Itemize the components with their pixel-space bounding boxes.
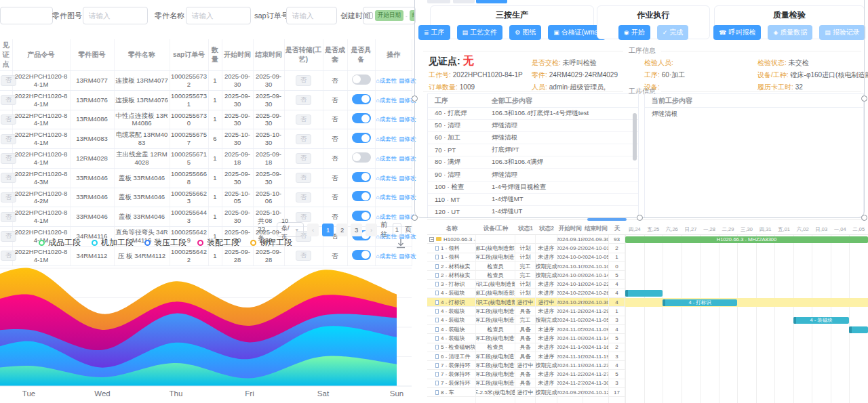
gantt-cell: 未进序	[536, 352, 557, 361]
gantt-cell: 2024-11-14	[557, 343, 583, 352]
button-呼叫报检[interactable]: ☎呼叫报检	[713, 25, 761, 40]
button-完成[interactable]: ✓完成	[657, 25, 689, 40]
set-completeness-link[interactable]: ⌂成套性	[376, 116, 397, 123]
gantt-cell: 检查员	[476, 325, 515, 334]
gantt-cell[interactable]: 4 - 装磁块	[427, 325, 476, 334]
cell-transfer-badge: 否	[296, 75, 311, 85]
gantt-cell[interactable]: 8 - 车	[427, 388, 476, 397]
ready-toggle[interactable]	[352, 75, 371, 85]
resize-handle-left[interactable]	[412, 96, 418, 102]
gantt-cell[interactable]: 5 - 检查磁钢块外径	[427, 343, 476, 352]
tab-inactive[interactable]	[427, 0, 450, 3]
page-size-select[interactable]: 10条/页 ▼	[277, 222, 304, 237]
tab-active[interactable]	[476, 0, 507, 3]
filter-input-1[interactable]: 请输入	[186, 7, 251, 24]
resize-handle-right[interactable]	[861, 96, 867, 102]
legend-item[interactable]: 铆焊工段	[250, 237, 292, 249]
steps-vertical-scrollbar[interactable]	[633, 113, 637, 161]
gantt-cell[interactable]: 6 - 清理工件	[427, 352, 476, 361]
filter-input-0[interactable]: 请输入	[83, 7, 148, 24]
cell-witness-badge: 否	[1, 95, 16, 105]
ready-toggle[interactable]	[352, 211, 371, 221]
button-工序[interactable]: ≣工序	[418, 25, 450, 40]
goto-page-input[interactable]: 1	[393, 223, 401, 236]
gantt-bar[interactable]	[625, 290, 663, 297]
gantt-cell[interactable]: 7 - 装保持环	[427, 361, 476, 370]
ready-toggle[interactable]	[352, 94, 371, 104]
ready-toggle[interactable]	[352, 133, 371, 143]
gantt-cell: 2024-11-22	[557, 370, 583, 379]
cell-transfer-badge: 否	[296, 153, 311, 163]
button-质量数据[interactable]: ◈质量数据	[768, 25, 812, 40]
set-completeness-link[interactable]: ⌂成套性	[376, 135, 397, 142]
collapse-icon[interactable]	[429, 237, 434, 242]
gantt-bar[interactable]: 4 - 装磁块	[793, 317, 850, 324]
page-button[interactable]: 3	[351, 224, 362, 236]
set-completeness-link[interactable]: ⌂成套性	[376, 213, 397, 220]
cell-start: 2025-09-30	[222, 207, 253, 227]
horizontal-scrollbar-thumb[interactable]	[587, 218, 627, 221]
gantt-cell[interactable]: 1 - 领料	[427, 253, 476, 262]
resize-handle-bottom-right[interactable]	[861, 215, 867, 221]
date-end[interactable]: 结束日期	[410, 10, 416, 21]
resize-handle-bottom-left[interactable]	[412, 215, 418, 221]
gantt-bar-progress-cap	[663, 299, 665, 306]
gantt-cell[interactable]: 2 - 材料核实	[427, 262, 476, 271]
info-field: 零件:24RM4029·24RM4029	[532, 69, 618, 81]
button-报验记录[interactable]: ▤报验记录	[819, 25, 865, 40]
legend-item[interactable]: 装配工段	[197, 237, 239, 249]
cell-name: 盖板 33RM4046	[114, 207, 170, 227]
set-completeness-link[interactable]: ⌂成套性	[376, 97, 397, 104]
resize-handle-bottom-center[interactable]	[637, 215, 643, 221]
gantt-bar[interactable]: 4 - 打标识	[663, 299, 737, 306]
gantt-bar[interactable]	[849, 326, 868, 333]
gantt-cell[interactable]: 7 - 装保持环	[427, 370, 476, 379]
gantt-cell[interactable]: 2 - 材料核实	[427, 271, 476, 280]
gantt-cell: 2024-11-29	[583, 307, 609, 316]
set-completeness-link[interactable]: ⌂成套性	[376, 77, 397, 84]
ready-toggle[interactable]	[352, 191, 371, 201]
data-icon: ◈	[773, 29, 778, 36]
gantt-cell[interactable]: 4 - 装磁块	[427, 334, 476, 343]
gantt-cell[interactable]: 1 - 领料	[427, 244, 476, 253]
ready-toggle[interactable]	[352, 250, 371, 260]
download-icon[interactable]	[395, 238, 406, 250]
legend-item[interactable]: 机加工段	[92, 237, 134, 249]
gantt-cell[interactable]: 4 - 装磁块	[427, 289, 476, 298]
gantt-cell	[536, 235, 557, 244]
cell-witness-badge: 否	[1, 134, 16, 144]
cell-start: 2025-09-30	[222, 71, 253, 91]
date-start[interactable]: 开始日期	[375, 10, 403, 21]
filter-input-2[interactable]: 请输入	[286, 7, 337, 24]
set-completeness-link[interactable]: ⌂成套性	[376, 253, 397, 259]
gantt-cell[interactable]: 4 - 装磁块	[427, 307, 476, 316]
legend-item[interactable]: 成品工段	[39, 237, 81, 249]
set-completeness-link[interactable]: ⌂成套性	[376, 175, 397, 182]
gantt-cell[interactable]: 4 - 打标识	[427, 298, 476, 307]
part-search-input-cut[interactable]	[0, 7, 53, 24]
ready-toggle[interactable]	[352, 172, 371, 182]
gantt-cell[interactable]: 3 - 打标识	[427, 280, 476, 289]
cell-sap: 10002556443	[170, 207, 208, 227]
gantt-cell[interactable]	[427, 397, 476, 403]
cell-part: 13RM4086	[70, 110, 114, 129]
prev-page-button[interactable]: ‹	[307, 224, 319, 236]
ready-toggle[interactable]	[352, 152, 371, 163]
set-completeness-link[interactable]: ⌂成套性	[376, 155, 397, 162]
legend-item[interactable]: 装压工段	[144, 237, 186, 249]
button-图纸[interactable]: ⚙图纸	[509, 25, 541, 40]
page-button[interactable]: 2	[336, 224, 348, 236]
next-page-button[interactable]: ›	[366, 224, 377, 236]
gantt-bar[interactable]: H1020-66-3 - MHZ2A8300	[625, 236, 868, 243]
gantt-cell[interactable]: 4 - 装磁块	[427, 316, 476, 325]
date-range-picker[interactable]: 开始日期-结束日期	[363, 7, 416, 24]
tab-inactive[interactable]	[453, 0, 475, 3]
button-工艺文件[interactable]: ▤工艺文件	[457, 25, 503, 40]
set-completeness-link[interactable]: ⌂成套性	[376, 194, 397, 200]
house-icon: ⌂	[376, 175, 380, 182]
gantt-cell[interactable]: 7 - 装保持环	[427, 379, 476, 388]
button-开始[interactable]: ◉开始	[618, 25, 650, 40]
gantt-cell[interactable]: H1020-66-3 - MHZ2A8300	[427, 235, 476, 244]
page-button[interactable]: 1	[322, 224, 334, 236]
ready-toggle[interactable]	[352, 113, 371, 123]
